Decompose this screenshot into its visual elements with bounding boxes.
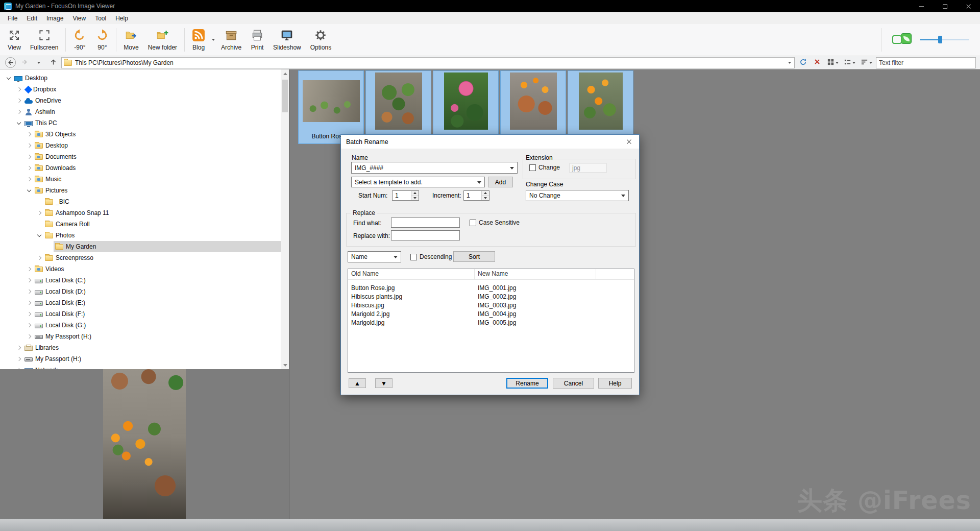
- expander-right-icon[interactable]: [24, 129, 33, 140]
- expander-right-icon[interactable]: [24, 162, 33, 174]
- table-row[interactable]: Hibiscus plants.jpgIMG_0002.jpg: [348, 293, 634, 301]
- back-button[interactable]: [4, 57, 16, 68]
- forward-button[interactable]: [18, 57, 31, 68]
- expander-right-icon[interactable]: [24, 331, 33, 342]
- view-button[interactable]: View: [3, 25, 26, 55]
- menu-help[interactable]: Help: [111, 15, 133, 22]
- spinner-buttons[interactable]: [411, 191, 419, 200]
- archive-button[interactable]: Archive: [216, 25, 246, 55]
- tree-item-photos[interactable]: Photos: [0, 230, 281, 241]
- name-pattern-combo[interactable]: IMG_####: [351, 162, 518, 174]
- rename-button[interactable]: Rename: [506, 378, 548, 389]
- view-list-button[interactable]: [842, 57, 857, 68]
- expander-right-icon[interactable]: [14, 342, 23, 353]
- spin-up-icon[interactable]: [482, 191, 489, 196]
- descending-checkbox[interactable]: Descending: [410, 253, 452, 260]
- sort-button[interactable]: Sort: [453, 251, 495, 262]
- find-what-input[interactable]: [391, 218, 460, 228]
- tree-item-3d-objects[interactable]: 3D Objects: [0, 129, 281, 140]
- tree-item-ashwin[interactable]: Ashwin: [0, 106, 281, 117]
- expander-right-icon[interactable]: [14, 365, 23, 369]
- tree-item-this-pc[interactable]: This PC: [0, 117, 281, 129]
- expander-right-icon[interactable]: [35, 252, 43, 263]
- tree-scrollbar[interactable]: [281, 69, 289, 369]
- expander-right-icon[interactable]: [24, 151, 33, 162]
- increment-spinner[interactable]: 1: [463, 190, 489, 201]
- expander-right-icon[interactable]: [24, 286, 33, 297]
- sort-button[interactable]: [859, 57, 874, 68]
- tree-item-desktop[interactable]: Desktop: [0, 73, 281, 84]
- expander-right-icon[interactable]: [24, 275, 33, 286]
- up-button[interactable]: [47, 57, 59, 68]
- dialog-close-button[interactable]: [619, 135, 639, 149]
- tree-item-local-disk-f[interactable]: Local Disk (F:): [0, 308, 281, 320]
- change-extension-checkbox[interactable]: Change: [529, 164, 560, 171]
- refresh-button[interactable]: [797, 57, 809, 68]
- thumbnail-3[interactable]: [433, 70, 499, 144]
- tree-item-music[interactable]: Music: [0, 174, 281, 185]
- tree-item-onedrive[interactable]: OneDrive: [0, 95, 281, 106]
- address-dropdown-chevron[interactable]: [788, 62, 791, 64]
- tree-item-videos[interactable]: Videos: [0, 263, 281, 275]
- tree-item-screenpresso[interactable]: Screenpresso: [0, 252, 281, 263]
- tree-item-my-passport-h[interactable]: My Passport (H:): [0, 331, 281, 342]
- expander-right-icon[interactable]: [35, 207, 43, 219]
- tree-item-bic[interactable]: _BIC: [0, 196, 281, 207]
- spin-up-icon[interactable]: [411, 191, 419, 196]
- scroll-up-button[interactable]: [281, 69, 289, 78]
- thumbnail-2[interactable]: [365, 70, 431, 144]
- tree-item-my-garden[interactable]: My Garden: [0, 241, 281, 252]
- start-num-spinner[interactable]: 1: [392, 190, 419, 201]
- move-button[interactable]: Move: [119, 25, 143, 55]
- expander-right-icon[interactable]: [24, 140, 33, 151]
- tree-item-ashampoo-snap-11[interactable]: Ashampoo Snap 11: [0, 207, 281, 219]
- help-button[interactable]: Help: [598, 378, 632, 389]
- minimize-button[interactable]: [910, 0, 933, 12]
- spin-down-icon[interactable]: [411, 196, 419, 201]
- add-button[interactable]: Add: [488, 177, 513, 187]
- move-up-button[interactable]: ▲: [349, 378, 366, 388]
- tree-item-local-disk-g[interactable]: Local Disk (G:): [0, 320, 281, 331]
- address-bar[interactable]: This PC\Pictures\Photos\My Garden: [61, 57, 795, 68]
- change-case-select[interactable]: No Change: [526, 190, 629, 201]
- expander-down-icon[interactable]: [35, 230, 43, 241]
- tree-item-network[interactable]: Network: [0, 365, 281, 369]
- spin-down-icon[interactable]: [482, 196, 489, 201]
- slideshow-button[interactable]: Slideshow: [268, 25, 306, 55]
- view-grid-button[interactable]: [825, 57, 840, 68]
- sort-by-select[interactable]: Name: [348, 251, 401, 262]
- spinner-buttons[interactable]: [481, 191, 489, 200]
- tree-item-libraries[interactable]: Libraries: [0, 342, 281, 353]
- text-filter-input[interactable]: [876, 57, 976, 68]
- table-row[interactable]: Button Rose.jpgIMG_0001.jpg: [348, 284, 634, 293]
- tree-item-my-passport-h[interactable]: My Passport (H:): [0, 353, 281, 365]
- tree-item-camera-roll[interactable]: Camera Roll: [0, 219, 281, 230]
- menu-image[interactable]: Image: [42, 15, 68, 22]
- expander-right-icon[interactable]: [14, 353, 23, 365]
- close-button[interactable]: [957, 0, 980, 12]
- expander-right-icon[interactable]: [14, 95, 23, 106]
- tree-item-local-disk-c[interactable]: Local Disk (C:): [0, 275, 281, 286]
- cancel-button[interactable]: Cancel: [553, 378, 594, 389]
- tree-item-local-disk-e[interactable]: Local Disk (E:): [0, 297, 281, 308]
- tree-item-dropbox[interactable]: Dropbox: [0, 84, 281, 95]
- expander-right-icon[interactable]: [14, 106, 23, 117]
- rotate-right-button[interactable]: 90°: [91, 25, 113, 55]
- case-sensitive-checkbox[interactable]: Case Sensitive: [470, 219, 520, 226]
- tree-item-pictures[interactable]: Pictures: [0, 185, 281, 196]
- history-dropdown-button[interactable]: [33, 57, 45, 68]
- expander-right-icon[interactable]: [24, 297, 33, 308]
- menu-view[interactable]: View: [68, 15, 90, 22]
- extension-input[interactable]: jpg: [570, 163, 606, 173]
- expander-right-icon[interactable]: [24, 320, 33, 331]
- options-button[interactable]: Options: [306, 25, 336, 55]
- scroll-down-button[interactable]: [281, 361, 289, 369]
- scrollbar-thumb[interactable]: [282, 80, 288, 112]
- expander-down-icon[interactable]: [14, 117, 23, 129]
- fullscreen-button[interactable]: Fullscreen: [26, 25, 63, 55]
- table-row[interactable]: Hibiscus.jpgIMG_0003.jpg: [348, 301, 634, 310]
- print-button[interactable]: Print: [246, 25, 268, 55]
- move-down-button[interactable]: ▼: [375, 378, 393, 388]
- thumbnail-5[interactable]: [568, 70, 633, 144]
- expander-right-icon[interactable]: [14, 84, 23, 95]
